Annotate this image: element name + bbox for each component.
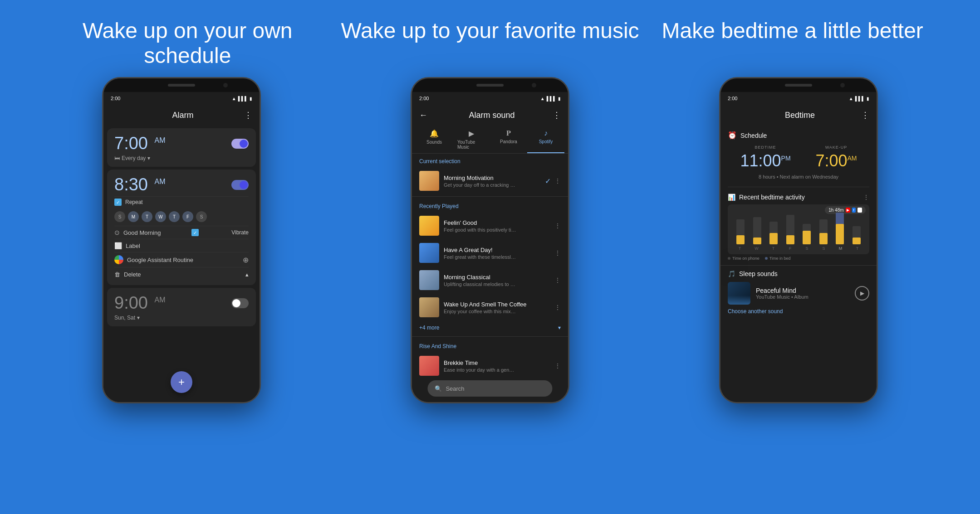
day-W[interactable]: W — [155, 211, 166, 222]
tab-spotify[interactable]: ♪ Spotify — [527, 126, 564, 153]
alarm-title: Alarm — [122, 111, 244, 120]
music-item-morning-classical[interactable]: Morning Classical Uplifting classical me… — [412, 267, 568, 294]
wakeup-block[interactable]: WAKE-UP 7:00AM — [815, 145, 857, 170]
legend-dot-phone — [728, 257, 730, 260]
music-item-coffee[interactable]: Wake Up And Smell The Coffee Enjoy your … — [412, 294, 568, 321]
alarm-700-time-row: 7:00 AM — [114, 134, 249, 153]
great-day-more[interactable]: ⋮ — [554, 249, 561, 257]
day-S1[interactable]: S — [114, 211, 125, 222]
sleep-icon: 🎵 — [728, 270, 735, 277]
label-option-left: ⬜ Label — [114, 242, 140, 249]
coffee-more[interactable]: ⋮ — [554, 304, 561, 311]
chevron-up-icon[interactable]: ▴ — [245, 271, 249, 278]
search-icon: 🔍 — [435, 385, 442, 392]
alarm-900-time[interactable]: 9:00 AM — [114, 293, 166, 313]
feeling-good-more[interactable]: ⋮ — [554, 222, 561, 229]
current-music-item[interactable]: Morning Motivation Get your day off to a… — [412, 167, 568, 194]
sounds-tab-label: Sounds — [426, 140, 442, 145]
sound-option[interactable]: ⊙ Good Morning ✓ Vibrate — [114, 226, 249, 239]
morning-classical-more[interactable]: ⋮ — [554, 276, 561, 284]
coffee-info: Wake Up And Smell The Coffee Enjoy your … — [444, 301, 550, 314]
brekkie-sub: Ease into your day with a generous hel..… — [444, 367, 516, 373]
schedule-label: Schedule — [740, 132, 767, 139]
alarm-830-toggle[interactable] — [231, 180, 249, 190]
add-icon[interactable]: ⊕ — [243, 256, 249, 264]
coffee-sub: Enjoy your coffee with this mix of soft.… — [444, 309, 516, 314]
delete-label: Delete — [124, 271, 141, 278]
bedtime-time: 11:00PM — [740, 151, 790, 170]
morning-classical-thumb — [419, 270, 439, 290]
more-label: +4 more — [419, 325, 439, 331]
morning-motivation-more[interactable]: ⋮ — [554, 177, 561, 184]
label-option[interactable]: ⬜ Label — [114, 239, 249, 252]
bar-phone-T1 — [736, 235, 745, 244]
signal-icon-3: ▌▌▌ — [855, 96, 865, 101]
activity-more[interactable]: ⋮ — [863, 194, 869, 201]
phone-alarm-sound: 2:00 ▲ ▌▌▌ ▮ ← Alarm sound ⋮ 🔔 Soun — [411, 77, 569, 403]
repeat-checkbox[interactable]: ✓ — [114, 199, 122, 206]
phone-alarm: 2:00 ▲ ▌▌▌ ▮ Alarm ⋮ 7:00 AM — [102, 77, 261, 403]
chevron-down-icon-900[interactable]: ▾ — [137, 315, 140, 321]
bar-phone-F — [786, 235, 794, 244]
phone2-content: ← Alarm sound ⋮ 🔔 Sounds ▶ YouTube Music — [412, 105, 568, 402]
day-F[interactable]: F — [182, 211, 193, 222]
morning-classical-title: Morning Classical — [444, 274, 550, 281]
label-text: Label — [126, 242, 140, 249]
bedtime-title: Bedtime — [739, 111, 861, 120]
day-T1[interactable]: T — [142, 211, 152, 222]
ga-label: Google Assistant Routine — [127, 257, 193, 263]
music-item-feeling-good[interactable]: Feelin' Good Feel good with this positiv… — [412, 212, 568, 239]
rise-section-label: Rise And Shine — [412, 339, 568, 352]
bar-phone-S1 — [803, 231, 811, 244]
bar-T3 — [849, 226, 864, 244]
play-button[interactable]: ▶ — [855, 286, 869, 301]
bedtime-menu[interactable]: ⋮ — [861, 110, 869, 120]
alarm-830-time[interactable]: 8:30 AM — [114, 175, 166, 194]
bedtime-label: BEDTIME — [740, 145, 790, 150]
brekkie-more[interactable]: ⋮ — [554, 362, 561, 369]
more-items[interactable]: +4 more ▾ — [412, 321, 568, 335]
status-time-3: 2:00 — [728, 96, 737, 101]
bar-bg-T1 — [736, 219, 745, 244]
bar-S1 — [799, 224, 814, 244]
fab-add-alarm[interactable]: + — [171, 371, 192, 393]
phone1-content: Alarm ⋮ 7:00 AM 🛏 Every day ▾ — [103, 105, 260, 402]
day-M[interactable]: M — [128, 211, 139, 222]
day-S2[interactable]: S — [196, 211, 207, 222]
alarm-menu-dots[interactable]: ⋮ — [244, 110, 252, 120]
alarm-900-schedule: Sun, Sat ▾ — [114, 315, 249, 321]
day-label-S2: S — [815, 246, 832, 251]
day-T2[interactable]: T — [169, 211, 180, 222]
ga-option[interactable]: Google Assistant Routine ⊕ — [114, 252, 249, 267]
alarm-700-time[interactable]: 7:00 AM — [114, 134, 166, 153]
choose-another-sound[interactable]: Choose another sound — [728, 308, 869, 315]
battery-icon-2: ▮ — [558, 96, 561, 101]
morning-motivation-sub: Get your day off to a cracking start! — [444, 182, 516, 188]
tab-pandora[interactable]: 𝐏 Pandora — [490, 126, 527, 153]
music-item-great-day[interactable]: Have A Great Day! Feel great with these … — [412, 239, 568, 267]
tab-sounds[interactable]: 🔔 Sounds — [416, 126, 453, 153]
chart-legend: Time on phone Time in bed — [728, 256, 869, 261]
divider-2 — [412, 336, 568, 337]
alarm-900-toggle[interactable] — [231, 298, 249, 308]
music-item-brekkie[interactable]: Brekkie Time Ease into your day with a g… — [412, 352, 568, 379]
search-bar[interactable]: 🔍 Search — [427, 380, 552, 397]
bar-T2 — [766, 222, 781, 244]
delete-option[interactable]: 🗑 Delete ▴ — [114, 267, 249, 280]
peaceful-mind-thumb — [728, 282, 750, 305]
tab-youtube-music[interactable]: ▶ YouTube Music — [453, 126, 490, 153]
chevron-down-icon[interactable]: ▾ — [147, 155, 150, 161]
current-section-label: Current selection — [412, 154, 568, 167]
bar-phone-M — [836, 224, 844, 244]
bar-phone-S2 — [819, 233, 828, 244]
alarm-700-toggle[interactable] — [231, 139, 249, 149]
day-dots: S M T W T F S — [114, 211, 249, 222]
bedtime-schedule: ⏰ Schedule BEDTIME 11:00PM WAKE-UP — [720, 126, 877, 185]
bedtime-block[interactable]: BEDTIME 11:00PM — [740, 145, 790, 170]
day-label-M: M — [832, 246, 849, 251]
alarm-sound-menu[interactable]: ⋮ — [553, 110, 561, 120]
alarm-sound-title: Alarm sound — [431, 111, 553, 120]
back-arrow[interactable]: ← — [419, 111, 427, 120]
vibrate-checkbox[interactable]: ✓ — [191, 229, 199, 236]
status-bar-3: 2:00 ▲ ▌▌▌ ▮ — [720, 92, 877, 105]
